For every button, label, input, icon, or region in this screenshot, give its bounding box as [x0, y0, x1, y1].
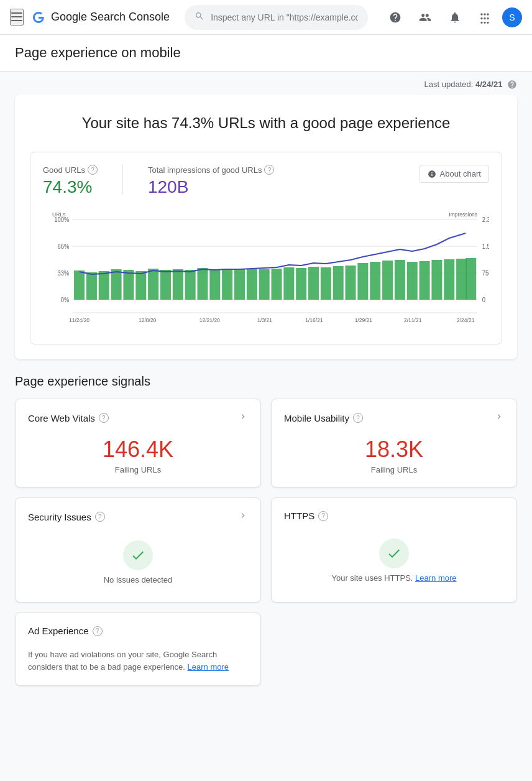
avatar[interactable]: S: [502, 7, 522, 27]
about-chart-button[interactable]: About chart: [420, 165, 490, 183]
svg-rect-0: [11, 12, 22, 14]
svg-rect-39: [333, 266, 344, 300]
svg-text:URLs: URLs: [52, 211, 66, 218]
info-icon: [428, 170, 436, 178]
svg-rect-21: [111, 269, 122, 300]
mu-help-icon[interactable]: ?: [353, 413, 363, 423]
ad-experience-card: Ad Experience ? If you have ad violation…: [15, 612, 261, 686]
https-check-icon: [387, 546, 401, 561]
search-input[interactable]: [211, 12, 358, 22]
signals-section-title: Page experience signals: [15, 374, 517, 389]
svg-text:1/29/21: 1/29/21: [355, 317, 372, 323]
help-icon-button[interactable]: [383, 5, 408, 30]
mu-chevron-icon[interactable]: [494, 412, 504, 424]
svg-rect-44: [395, 260, 405, 300]
app-logo: Google Search Console: [31, 10, 170, 25]
menu-icon[interactable]: [10, 9, 24, 25]
svg-rect-25: [160, 270, 171, 300]
stats-card: Good URLs ? 74.3% Total impressions of g…: [30, 152, 502, 344]
ad-experience-title: Ad Experience ?: [28, 626, 103, 636]
https-check-container: Your site uses HTTPS. Learn more: [284, 534, 504, 588]
si-help-icon[interactable]: ?: [95, 512, 105, 522]
https-help-icon[interactable]: ?: [318, 511, 328, 521]
signals-section: Page experience signals Core Web Vitals …: [15, 374, 517, 686]
svg-text:Impressions: Impressions: [449, 211, 477, 218]
last-updated-bar: Last updated: 4/24/21: [15, 72, 517, 95]
svg-rect-33: [259, 269, 270, 300]
header-actions: S: [383, 5, 522, 30]
chart-container: 100% 66% 33% 0% URLs 2.3B 1.5B 750M 0 Im…: [43, 207, 489, 331]
security-check-container: No issues detected: [28, 535, 248, 589]
svg-rect-31: [234, 269, 245, 300]
svg-text:750M: 750M: [482, 270, 489, 277]
signals-grid: Core Web Vitals ? 146.4K Failing URLs Mo…: [15, 399, 517, 603]
svg-text:11/24/20: 11/24/20: [69, 317, 89, 323]
svg-rect-2: [11, 20, 22, 21]
cwv-sublabel: Failing URLs: [28, 465, 248, 474]
svg-rect-43: [382, 261, 393, 300]
svg-rect-34: [272, 269, 282, 300]
mu-sublabel: Failing URLs: [284, 465, 504, 474]
url-search-bar[interactable]: [185, 5, 368, 30]
https-title: HTTPS ?: [284, 511, 328, 521]
ad-learn-more-link[interactable]: Learn more: [188, 662, 229, 672]
core-web-vitals-card: Core Web Vitals ? 146.4K Failing URLs: [15, 399, 261, 488]
svg-text:12/21/20: 12/21/20: [200, 317, 220, 323]
svg-rect-1: [11, 16, 22, 17]
svg-rect-23: [135, 271, 146, 300]
ad-experience-body: If you have ad violations on your site, …: [28, 649, 248, 673]
https-learn-more-link[interactable]: Learn more: [415, 573, 456, 583]
last-updated-help-icon[interactable]: [505, 79, 517, 89]
svg-text:12/8/20: 12/8/20: [139, 317, 156, 323]
bell-icon-button[interactable]: [443, 5, 467, 30]
impressions-value: 120B: [148, 177, 275, 197]
svg-rect-26: [173, 269, 183, 300]
good-urls-help-icon[interactable]: ?: [88, 165, 98, 175]
hero-title: Your site has 74.3% URLs with a good pag…: [30, 114, 502, 132]
svg-rect-50: [466, 258, 476, 300]
svg-rect-27: [185, 270, 196, 300]
users-icon-button[interactable]: [413, 5, 438, 30]
svg-text:2/24/21: 2/24/21: [457, 317, 474, 323]
google-logo-icon: [31, 10, 46, 25]
mobile-usability-title: Mobile Usability ?: [284, 413, 363, 423]
cwv-help-icon[interactable]: ?: [99, 413, 109, 423]
svg-rect-24: [148, 269, 158, 300]
svg-rect-49: [456, 259, 467, 300]
mobile-usability-card: Mobile Usability ? 18.3K Failing URLs: [271, 399, 517, 488]
apps-icon-button[interactable]: [472, 5, 497, 30]
si-chevron-icon[interactable]: [238, 511, 248, 523]
https-card: HTTPS ? Your site uses HTTPS. Learn more: [271, 497, 517, 603]
impressions-label: Total impressions of good URLs ?: [148, 165, 275, 175]
svg-rect-18: [74, 270, 85, 300]
page-title: Page experience on mobile: [15, 45, 517, 61]
svg-text:2.3B: 2.3B: [482, 216, 489, 223]
https-check-circle: [379, 538, 409, 568]
svg-rect-40: [346, 266, 356, 300]
svg-rect-42: [370, 262, 380, 300]
page-title-bar: Page experience on mobile: [0, 35, 532, 72]
svg-rect-29: [209, 269, 220, 300]
chart-svg: 100% 66% 33% 0% URLs 2.3B 1.5B 750M 0 Im…: [43, 207, 489, 331]
svg-rect-46: [420, 261, 430, 300]
ad-help-icon[interactable]: ?: [93, 626, 103, 636]
svg-rect-20: [99, 271, 109, 300]
good-urls-label: Good URLs ?: [43, 165, 98, 175]
security-check-circle: [123, 540, 153, 570]
cwv-chevron-icon[interactable]: [238, 412, 248, 424]
impressions-help-icon[interactable]: ?: [264, 165, 274, 175]
svg-text:1/3/21: 1/3/21: [257, 317, 272, 323]
security-issues-header: Security Issues ?: [28, 511, 248, 523]
last-updated-label: Last updated:: [424, 80, 474, 89]
svg-text:2/11/21: 2/11/21: [404, 317, 421, 323]
svg-rect-48: [444, 259, 454, 300]
svg-rect-30: [222, 269, 232, 300]
svg-rect-47: [431, 260, 442, 300]
svg-text:33%: 33%: [58, 270, 70, 277]
mu-value: 18.3K: [284, 437, 504, 463]
svg-text:1/16/21: 1/16/21: [305, 317, 323, 323]
svg-text:66%: 66%: [58, 243, 70, 250]
hero-section: Your site has 74.3% URLs with a good pag…: [15, 95, 517, 359]
svg-rect-38: [321, 267, 331, 300]
good-urls-value: 74.3%: [43, 177, 98, 197]
